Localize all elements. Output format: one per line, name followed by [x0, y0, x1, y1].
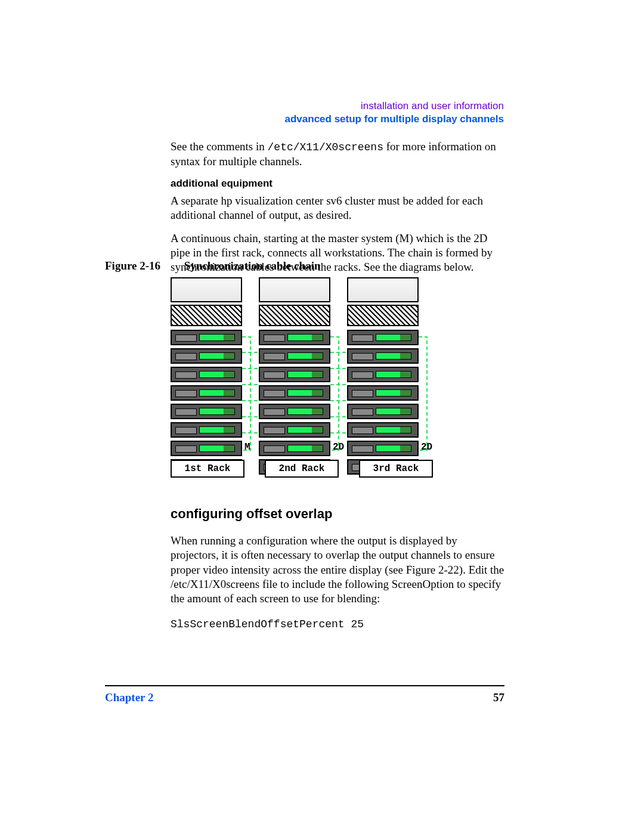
section-offset-overlap: configuring offset overlap When running … — [171, 506, 504, 631]
rack-node — [259, 422, 330, 438]
code-screenoption: SlsScreenBlendOffsetPercent 25 — [171, 618, 504, 631]
rack-label-3: 3rd Rack — [359, 460, 433, 478]
intro-text-pre: See the comments in — [171, 140, 268, 153]
rack-node — [259, 385, 330, 401]
rack-1 — [171, 277, 242, 478]
page: installation and user information advanc… — [0, 0, 644, 833]
figure-number: Figure 2-16 — [105, 259, 181, 272]
footer-chapter: Chapter 2 — [105, 691, 153, 704]
rack-diagram: M 2D 2D — [171, 277, 433, 456]
rack-node — [171, 330, 242, 345]
rack-node — [347, 330, 419, 345]
rack-2 — [259, 277, 330, 478]
rack-top-unit — [171, 277, 242, 302]
page-footer: Chapter 2 57 — [105, 691, 504, 704]
paragraph-intro: See the comments in /etc/X11/X0screens f… — [171, 140, 504, 169]
footer-rule — [105, 685, 504, 686]
rack-node — [171, 422, 242, 438]
rack-node — [171, 385, 242, 401]
header-subsection-title: advanced setup for multiple display chan… — [285, 113, 504, 125]
rack-hatch-panel — [347, 305, 419, 326]
rack-label-1: 1st Rack — [171, 460, 244, 478]
rack-node — [171, 367, 242, 382]
rack-top-unit — [259, 277, 330, 302]
rack-node — [259, 404, 330, 419]
rack-node — [259, 367, 330, 382]
figure-diagram: M 2D 2D 1st Rack 2nd Rack 3rd Rack — [171, 277, 433, 480]
heading-configuring-offset-overlap: configuring offset overlap — [171, 506, 504, 522]
rack-node — [347, 348, 419, 364]
label-master: M — [244, 442, 250, 453]
running-header: installation and user information advanc… — [285, 100, 504, 125]
rack-node — [347, 404, 419, 419]
rack-top-unit — [347, 277, 419, 302]
paragraph-equipment-1: A separate hp visualization center sv6 c… — [171, 194, 504, 223]
rack-node — [347, 385, 419, 401]
rack-node — [171, 404, 242, 419]
rack-3 — [347, 277, 419, 478]
header-section-title: installation and user information — [285, 100, 504, 112]
rack-node — [347, 441, 419, 456]
rack-node — [347, 367, 419, 382]
rack-node — [171, 441, 242, 456]
rack-node — [171, 348, 242, 364]
figure-caption-row: Figure 2-16 Synchronization cable chain — [105, 259, 504, 272]
rack-hatch-panel — [259, 305, 330, 326]
rack-node — [259, 441, 330, 456]
figure-caption: Synchronization cable chain — [184, 259, 321, 272]
rack-label-2: 2nd Rack — [265, 460, 339, 478]
subheading-additional-equipment: additional equipment — [171, 177, 504, 190]
code-path: /etc/X11/X0screens — [268, 141, 383, 153]
rack-hatch-panel — [171, 305, 242, 326]
label-2d-rack3: 2D — [421, 442, 432, 453]
rack-node — [259, 330, 330, 345]
label-2d-rack2: 2D — [333, 442, 344, 453]
rack-node — [347, 422, 419, 438]
footer-page-number: 57 — [493, 691, 504, 704]
rack-node — [259, 348, 330, 364]
paragraph-offset-overlap: When running a configuration where the o… — [171, 534, 504, 606]
rack-label-row: 1st Rack 2nd Rack 3rd Rack — [171, 460, 433, 478]
